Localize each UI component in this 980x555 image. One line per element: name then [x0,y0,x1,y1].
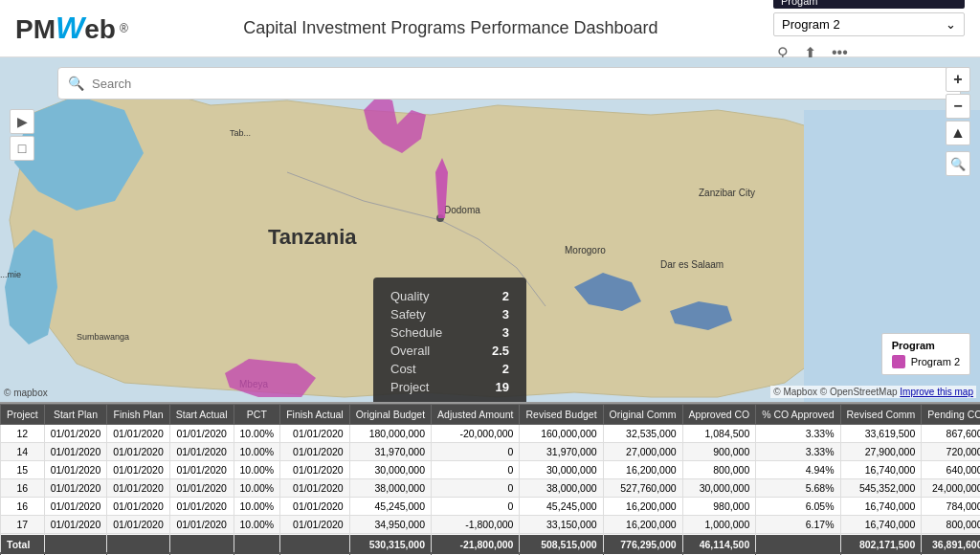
cell-col-9: 16,200,000 [603,498,682,516]
zoom-in-button[interactable]: + [946,67,970,92]
col-original-budget: Original Budget [349,405,431,425]
cell-col-10: 980,000 [682,498,756,516]
cell-col-8: 45,245,000 [520,498,603,516]
svg-text:Zanzibar City: Zanzibar City [699,188,755,198]
logo-text: PMWeb [15,11,116,46]
frame-icon[interactable]: □ [10,136,34,161]
cell-col-0: 15 [1,461,45,479]
cell-col-7: 0 [432,461,520,479]
map-search-button[interactable]: 🔍 [946,151,970,176]
col-original-comm: Original Comm [603,405,682,425]
tooltip-safety-label: Safety [390,307,426,322]
map-attribution: © Mapbox © OpenStreetMap Improve this ma… [770,386,976,398]
logo-reg: ® [120,22,128,35]
cell-col-3: 01/01/2020 [169,516,234,534]
cell-col-9: 16,200,000 [603,461,682,479]
cell-col-4: 10.00% [234,498,280,516]
zoom-out-button[interactable]: − [946,94,970,119]
program-label: Progam [773,0,965,9]
col-start-actual: Start Actual [169,405,234,425]
svg-text:Dar es Salaam: Dar es Salaam [660,259,724,270]
cell-col-2: 01/01/2020 [107,498,170,516]
cell-col-8: 38,000,000 [520,479,603,498]
cell-col-0: 16 [1,479,45,498]
table-row: 1601/01/202001/01/202001/01/202010.00%01… [1,479,981,498]
col-revised-budget: Revised Budget [520,405,603,425]
cell-col-8: 31,970,000 [520,443,603,461]
svg-text:Morogoro: Morogoro [565,245,606,255]
footer-row: Total530,315,000-21,800,000508,515,00077… [1,552,981,556]
cell-col-0: 14 [1,443,45,461]
tooltip-overall-row: Overall 2.5 [390,344,509,358]
cell-col-9: 32,535,000 [603,425,682,443]
logo: PMWeb ® [15,11,128,46]
cell-col-8: 160,000,000 [520,425,603,443]
cell-col-8: 30,000,000 [520,461,603,479]
program-selector: Progam Program 2 ⌄ ⚲ ⬆ ••• [773,0,965,64]
col-revised-comm: Revised Comm [840,405,922,425]
footer-cell-7: -21,800,000 [432,535,520,555]
svg-text:Dodoma: Dodoma [444,205,480,215]
program-dropdown[interactable]: Program 2 ⌄ [773,12,965,36]
table-footer: Total530,315,000-21,800,000508,515,00077… [1,552,981,556]
cell-col-11: 3.33% [756,425,840,443]
footer-cell-9: 776,295,000 [603,535,682,555]
cell-col-13: 720,000 [922,443,980,461]
table-row: 1601/01/202001/01/202001/01/202010.00%01… [1,498,981,516]
tooltip-project-row: Project 19 [390,380,509,394]
cell-col-7: 0 [432,479,520,498]
data-table: Project Start Plan Finish Plan Start Act… [0,404,980,555]
tooltip-quality-label: Quality [390,289,429,303]
footer-cell-3 [169,535,234,555]
program-value: Program 2 [782,17,840,32]
cell-col-1: 01/01/2020 [44,443,107,461]
search-input[interactable] [92,77,950,91]
legend-item: Program 2 [892,355,960,368]
search-icon: 🔍 [68,76,84,91]
cell-col-5: 01/01/2020 [280,516,350,534]
cell-col-13: 24,000,000 [922,479,980,498]
cell-col-3: 01/01/2020 [169,425,234,443]
cell-col-3: 01/01/2020 [169,498,234,516]
cell-col-6: 30,000,000 [349,461,431,479]
tooltip-project-label: Project [390,380,429,394]
cell-col-7: -20,000,000 [432,425,520,443]
cell-col-0: 16 [1,498,45,516]
col-finish-actual: Finish Actual [280,405,350,425]
cell-col-12: 27,900,000 [840,443,922,461]
cell-col-1: 01/01/2020 [44,425,107,443]
cell-col-7: -1,800,000 [432,516,520,534]
footer-cell-4 [234,535,280,555]
cell-col-0: 17 [1,516,45,534]
cell-col-6: 180,000,000 [349,425,431,443]
cell-col-11: 6.17% [756,516,840,534]
cell-col-9: 27,000,000 [603,443,682,461]
cell-col-5: 01/01/2020 [280,425,350,443]
mapbox-logo: © mapbox [4,388,48,398]
location-icon[interactable]: ▶ [10,109,34,134]
tooltip: Quality 2 Safety 3 Schedule 3 Overall 2.… [373,278,526,402]
cell-col-2: 01/01/2020 [107,516,170,534]
legend-color [892,355,905,368]
cell-col-9: 527,760,000 [603,479,682,498]
cell-col-5: 01/01/2020 [280,461,350,479]
cell-col-1: 01/01/2020 [44,516,107,534]
svg-text:Sumbawanga: Sumbawanga [77,332,129,342]
col-pct-co-approved: % CO Approved [756,405,840,425]
tooltip-schedule-label: Schedule [390,325,442,340]
legend-title: Program [892,340,960,351]
footer-cell-1 [44,535,107,555]
table-header-row: Project Start Plan Finish Plan Start Act… [1,405,981,425]
cell-col-4: 10.00% [234,425,280,443]
table-row: 1401/01/202001/01/202001/01/202010.00%01… [1,443,981,461]
table-container[interactable]: Project Start Plan Finish Plan Start Act… [0,402,980,555]
search-bar[interactable]: 🔍 [57,67,961,100]
cell-col-7: 0 [432,498,520,516]
cell-col-3: 01/01/2020 [169,461,234,479]
col-start-plan: Start Plan [44,405,107,425]
cell-col-12: 545,352,000 [840,479,922,498]
cell-col-2: 01/01/2020 [107,479,170,498]
tooltip-cost-row: Cost 2 [390,362,509,376]
north-button[interactable]: ▲ [946,121,970,145]
improve-map-link[interactable]: Improve this map [900,387,973,397]
